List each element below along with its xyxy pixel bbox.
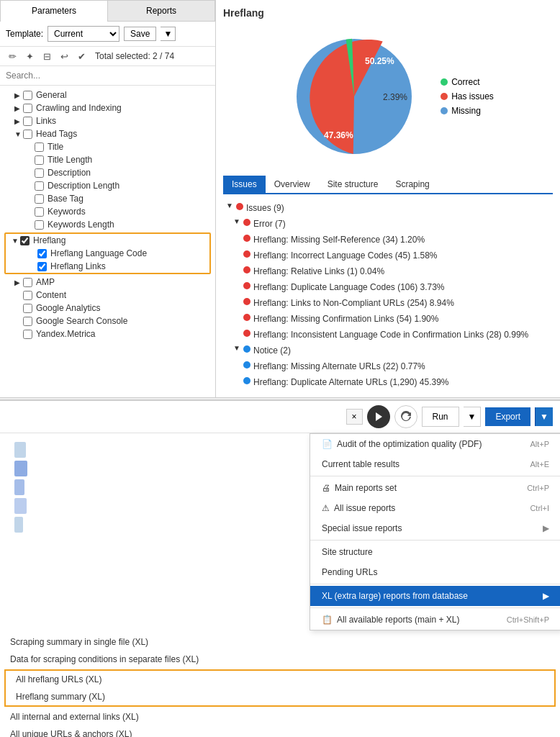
tree-item-description-length[interactable]: Description Length <box>0 179 215 192</box>
error-item-6: Hreflang: Missing Confirmation Links (54… <box>223 311 553 327</box>
checkbox-hreflang[interactable] <box>20 236 30 245</box>
pencil-icon[interactable]: ✏ <box>6 50 19 63</box>
refresh-button[interactable] <box>394 405 417 428</box>
tree-item-content[interactable]: Content <box>0 289 215 302</box>
undo-icon[interactable]: ↩ <box>58 50 71 63</box>
checkbox-description-length[interactable] <box>35 181 44 191</box>
tree-item-description[interactable]: Description <box>0 166 215 179</box>
menu-item-site-structure[interactable]: Site structure <box>310 542 560 562</box>
checkbox-yandex[interactable] <box>23 330 32 339</box>
close-button[interactable]: × <box>346 409 363 425</box>
tree-arrow[interactable]: ▶ <box>14 117 23 125</box>
legend-item-missing: Missing <box>441 106 494 116</box>
checkbox-hreflang-lang-code[interactable] <box>37 249 47 258</box>
tab-parameters[interactable]: Parameters <box>0 0 107 22</box>
save-dropdown-button[interactable]: ▼ <box>161 27 176 41</box>
tree-label: Yandex.Metrica <box>36 329 95 339</box>
tab-reports[interactable]: Reports <box>107 0 215 22</box>
svg-text:47.36%: 47.36% <box>324 130 353 140</box>
tree-label: Keywords <box>48 207 86 217</box>
tab-site-structure[interactable]: Site structure <box>319 176 387 193</box>
checkbox-base-tag[interactable] <box>35 194 44 204</box>
tab-overview[interactable]: Overview <box>266 176 319 193</box>
tree-item-amp[interactable]: ▶ AMP <box>0 276 215 289</box>
menu-item-pending-urls[interactable]: Pending URLs <box>310 562 560 582</box>
menu-item-xl-reports-label: XL (extra large) reports from database <box>322 591 468 601</box>
notice-arrow[interactable]: ▼ <box>233 344 240 352</box>
checkbox-description[interactable] <box>35 168 44 178</box>
run-button[interactable]: Run <box>422 407 459 427</box>
save-button[interactable]: Save <box>124 27 156 41</box>
tab-scraping[interactable]: Scraping <box>387 176 438 193</box>
tree-item-yandex[interactable]: Yandex.Metrica <box>0 327 215 340</box>
error-text: Hreflang: Incorrect Language Codes (45) … <box>253 249 438 262</box>
cursor-icon[interactable]: ✦ <box>23 50 36 63</box>
tree-item-hreflang-links[interactable]: Hreflang Links <box>6 260 209 273</box>
list-item-scraping-conditions[interactable]: Data for scraping conditions in separate… <box>0 651 560 668</box>
tree-item-crawling[interactable]: ▶ Crawling and Indexing <box>0 101 215 114</box>
checkbox-title-length[interactable] <box>35 155 44 165</box>
checkbox-hreflang-links[interactable] <box>37 262 47 271</box>
run-dropdown-button[interactable]: ▼ <box>464 407 482 427</box>
search-input[interactable] <box>6 69 209 82</box>
menu-item-issue-reports[interactable]: ⚠All issue reports Ctrl+I <box>310 498 560 518</box>
tree-item-keywords[interactable]: Keywords <box>0 205 215 218</box>
refresh-icon <box>400 411 412 422</box>
tab-issues[interactable]: Issues <box>223 176 266 193</box>
dot <box>243 250 250 258</box>
checkbox-gsc[interactable] <box>23 317 32 326</box>
legend: Correct Has issues Missing <box>441 77 494 116</box>
menu-item-xl-reports[interactable]: XL (extra large) reports from database ▶ <box>310 586 560 606</box>
tree-item-title[interactable]: Title <box>0 140 215 153</box>
checkbox-amp[interactable] <box>23 278 32 287</box>
tree-item-keywords-length[interactable]: Keywords Length <box>0 218 215 231</box>
tree-item-hreflang[interactable]: ▼ Hreflang <box>6 234 209 247</box>
checkbox-content[interactable] <box>23 291 32 300</box>
checkbox-links[interactable] <box>23 117 32 126</box>
check-icon[interactable]: ✔ <box>75 50 88 63</box>
menu-item-all-reports[interactable]: 📋All available reports (main + XL) Ctrl+… <box>310 610 560 630</box>
list-item-scraping-summary[interactable]: Scraping summary in single file (XL) <box>0 633 560 651</box>
checkbox-title[interactable] <box>35 143 44 152</box>
menu-item-pdf[interactable]: 📄Audit of the optimization quality (PDF)… <box>310 434 560 454</box>
tree-item-base-tag[interactable]: Base Tag <box>0 192 215 205</box>
export-dropdown-button[interactable]: ▼ <box>535 407 553 426</box>
error-arrow[interactable]: ▼ <box>233 217 240 225</box>
tree-arrow[interactable]: ▶ <box>14 279 23 286</box>
checkbox-keywords-length[interactable] <box>35 220 44 230</box>
error-item-1: Hreflang: Missing Self-Reference (34) 1.… <box>223 232 553 248</box>
tree-arrow-expanded[interactable]: ▼ <box>14 130 23 138</box>
checkbox-keywords[interactable] <box>35 207 44 217</box>
tree-item-links[interactable]: ▶ Links <box>0 114 215 127</box>
issues-arrow[interactable]: ▼ <box>226 202 233 209</box>
tree-arrow-empty <box>14 304 23 312</box>
checkbox-head-tags[interactable] <box>23 130 32 139</box>
checkbox-crawling[interactable] <box>23 104 32 113</box>
tree-item-title-length[interactable]: Title Length <box>0 153 215 166</box>
template-select[interactable]: Current <box>48 26 119 42</box>
menu-item-main-reports[interactable]: 🖨Main reports set Ctrl+P <box>310 478 560 498</box>
tree-label-hreflang: Hreflang <box>33 235 66 245</box>
tree-item-hreflang-lang-code[interactable]: Hreflang Language Code <box>6 247 209 260</box>
list-item-internal-external-links[interactable]: All internal and external links (XL) <box>0 708 560 725</box>
checkbox-general[interactable] <box>23 91 32 100</box>
menu-item-special-reports[interactable]: Special issue reports ▶ <box>310 518 560 538</box>
menu-item-table[interactable]: Current table results Alt+E <box>310 454 560 474</box>
tree-item-general[interactable]: ▶ General <box>0 89 215 101</box>
pie-chart: 50.25% 47.36% 2.39% <box>282 24 426 168</box>
list-item-all-hreflang[interactable]: All hreflang URLs (XL) <box>6 671 554 688</box>
tree-item-head-tags[interactable]: ▼ Head Tags <box>0 127 215 140</box>
play-button[interactable] <box>367 405 390 428</box>
tree-arrow-hreflang[interactable]: ▼ <box>12 237 20 245</box>
minus-icon[interactable]: ⊟ <box>40 50 53 63</box>
export-button[interactable]: Export <box>485 407 530 426</box>
list-item-unique-urls[interactable]: All unique URLs & anchors (XL) <box>0 725 560 737</box>
tree-item-google-analytics[interactable]: Google Analytics <box>0 302 215 315</box>
list-item-hreflang-summary[interactable]: Hreflang summary (XL) <box>6 688 554 705</box>
tree-arrow[interactable]: ▶ <box>14 104 23 112</box>
checkbox-google-analytics[interactable] <box>23 304 32 313</box>
tree-item-google-search-console[interactable]: Google Search Console <box>0 315 215 327</box>
menu-divider-3 <box>310 584 560 584</box>
search-row <box>0 66 215 86</box>
tree-arrow[interactable]: ▶ <box>14 91 23 99</box>
